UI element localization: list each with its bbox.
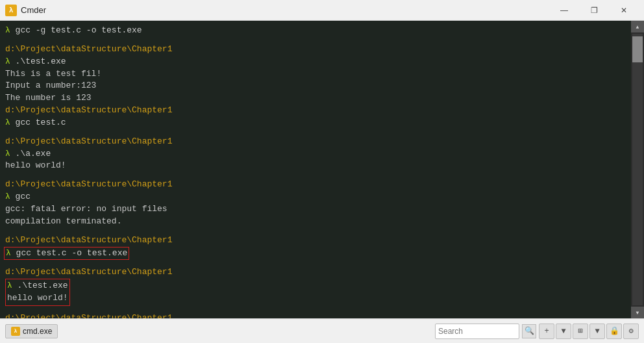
empty-line xyxy=(5,228,626,235)
terminal-line: λ .\test.exe xyxy=(7,280,68,292)
empty-line xyxy=(5,129,626,136)
scroll-down-arrow[interactable]: ▼ xyxy=(631,307,644,318)
grid-button[interactable]: ⊞ xyxy=(573,324,588,339)
window-title: Cmder xyxy=(21,5,549,15)
terminal-line: The number is 123 xyxy=(5,92,626,105)
window-controls: — ❐ ✕ xyxy=(549,0,639,21)
terminal-line: This is a test fil! xyxy=(5,68,626,81)
scrollbar-track[interactable] xyxy=(632,34,643,305)
app-icon: λ xyxy=(5,5,17,16)
terminal-line: d:\Project\dataStructure\Chapter1 xyxy=(5,179,626,191)
terminal-line: d:\Project\dataStructure\Chapter1 xyxy=(5,44,626,56)
tab-dropdown-button[interactable]: ▼ xyxy=(556,324,571,339)
terminal-line: λ .\test.exe xyxy=(5,56,626,68)
search-icon: 🔍 xyxy=(525,326,534,336)
empty-line xyxy=(5,37,626,44)
empty-line xyxy=(5,306,626,312)
terminal[interactable]: λ gcc -g test.c -o test.exe d:\Project\d… xyxy=(0,21,631,318)
terminal-line: d:\Project\dataStructure\Chapter1 xyxy=(5,235,626,247)
search-box xyxy=(435,324,519,339)
taskbar-app-label: cmd.exe xyxy=(23,327,52,336)
terminal-line: λ gcc test.c xyxy=(5,117,626,129)
taskbar-app[interactable]: λ cmd.exe xyxy=(5,324,58,338)
terminal-line-highlighted: λ gcc test.c -o test.exe xyxy=(5,247,626,260)
terminal-line: d:\Project\dataStructure\Chapter1 xyxy=(5,136,626,148)
terminal-line: Input a number:123 xyxy=(5,80,626,92)
split-dropdown-button[interactable]: ▼ xyxy=(589,324,605,339)
scroll-up-arrow[interactable]: ▲ xyxy=(631,21,644,32)
terminal-line: d:\Project\dataStructure\Chapter1 xyxy=(5,105,626,117)
terminal-line: hello world! xyxy=(5,160,626,172)
scrollbar-thumb[interactable] xyxy=(632,36,643,62)
search-input[interactable] xyxy=(438,327,497,336)
terminal-line: gcc: fatal error: no input files xyxy=(5,203,626,216)
search-button[interactable]: 🔍 xyxy=(522,324,536,338)
maximize-button[interactable]: ❐ xyxy=(579,0,609,21)
taskbar-icons: + ▼ ⊞ ▼ 🔒 ⚙ xyxy=(539,324,639,339)
empty-line xyxy=(5,172,626,179)
minimize-button[interactable]: — xyxy=(549,0,579,21)
title-bar: λ Cmder — ❐ ✕ xyxy=(0,0,644,21)
terminal-line: compilation terminated. xyxy=(5,216,626,228)
scrollbar[interactable]: ▲ ▼ xyxy=(631,21,644,318)
terminal-line: hello world! xyxy=(7,292,68,305)
settings-button[interactable]: ⚙ xyxy=(623,324,639,339)
lock-button[interactable]: 🔒 xyxy=(606,324,622,339)
taskbar-app-icon: λ xyxy=(11,327,20,336)
close-button[interactable]: ✕ xyxy=(609,0,639,21)
terminal-highlight-block: λ .\test.exe hello world! xyxy=(5,279,70,306)
terminal-line: λ gcc -g test.c -o test.exe xyxy=(5,25,626,37)
terminal-wrapper: λ gcc -g test.c -o test.exe d:\Project\d… xyxy=(0,21,644,318)
terminal-line: d:\Project\dataStructure\Chapter1 xyxy=(5,266,626,279)
terminal-line: λ gcc xyxy=(5,191,626,203)
taskbar: λ cmd.exe 🔍 + ▼ ⊞ ▼ 🔒 ⚙ xyxy=(0,318,644,343)
terminal-line: d:\Project\dataStructure\Chapter1 xyxy=(5,312,626,318)
add-tab-button[interactable]: + xyxy=(539,324,554,339)
empty-line xyxy=(5,260,626,266)
terminal-line: λ .\a.exe xyxy=(5,148,626,160)
